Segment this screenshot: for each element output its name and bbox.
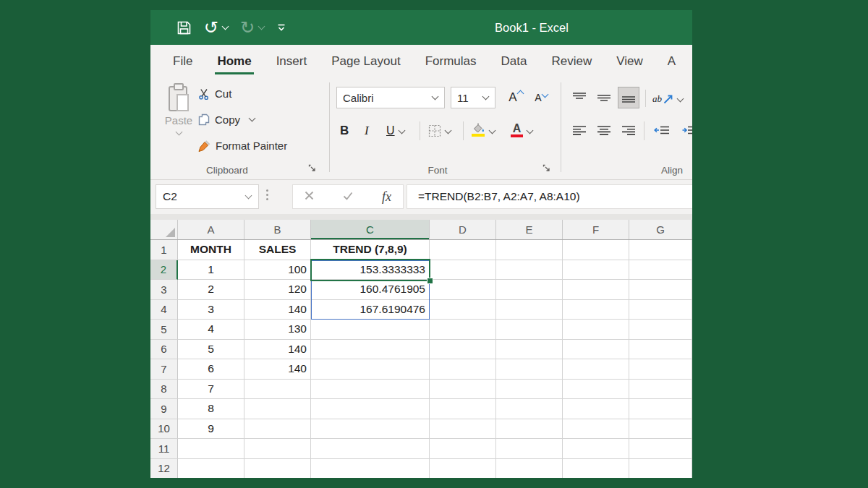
fill-color-button[interactable] [472,120,495,142]
cell-A5[interactable]: 4 [178,320,244,340]
cell-D1[interactable] [430,240,496,260]
column-header-E[interactable]: E [496,220,563,239]
row-header-1[interactable]: 1 [150,240,178,260]
cell-B7[interactable]: 140 [244,359,311,380]
row-header-5[interactable]: 5 [150,320,178,340]
tab-data[interactable]: Data [489,45,540,78]
row-header-10[interactable]: 10 [150,419,178,440]
column-header-F[interactable]: F [563,220,629,239]
cell-C6[interactable] [311,340,430,360]
enter-button[interactable] [343,190,353,203]
increase-indent-button[interactable] [678,120,692,142]
cell-G11[interactable] [629,439,692,459]
formula-input[interactable]: =TREND(B2:B7, A2:A7, A8:A10) [407,184,692,209]
cell-E2[interactable] [496,260,563,281]
name-box-resize-handle[interactable] [266,189,268,200]
middle-align-button[interactable] [593,87,615,108]
tab-formulas[interactable]: Formulas [413,45,489,78]
cell-G7[interactable] [629,359,692,380]
row-header-6[interactable]: 6 [150,340,178,360]
cell-E3[interactable] [496,280,563,300]
cell-A3[interactable]: 2 [178,280,244,300]
row-header-4[interactable]: 4 [150,300,178,320]
cell-A7[interactable]: 6 [178,359,244,380]
cell-D8[interactable] [430,380,496,400]
cell-D5[interactable] [430,320,496,340]
row-header-11[interactable]: 11 [150,439,178,459]
cell-E7[interactable] [496,359,563,380]
format-painter-button[interactable]: Format Painter [198,140,287,152]
tab-file[interactable]: File [161,45,205,78]
cell-B8[interactable] [244,380,311,400]
select-all-button[interactable] [150,220,178,239]
name-box[interactable]: C2 [156,184,259,209]
cell-E10[interactable] [496,419,563,440]
row-header-9[interactable]: 9 [150,399,178,419]
tab-home[interactable]: Home [205,45,263,78]
cell-A8[interactable]: 7 [178,380,244,400]
cell-E4[interactable] [496,300,563,320]
cell-E5[interactable] [496,320,563,340]
cell-B3[interactable]: 120 [244,280,311,300]
tab-a[interactable]: A [655,45,688,78]
cell-F2[interactable] [563,260,629,281]
cell-B10[interactable] [244,419,311,440]
cell-C1[interactable]: TREND (7,8,9) [311,240,430,260]
cell-B4[interactable]: 140 [244,300,311,320]
cell-C11[interactable] [311,439,430,459]
row-header-3[interactable]: 3 [150,280,178,300]
cell-F11[interactable] [563,439,629,459]
cell-D6[interactable] [430,340,496,360]
clipboard-dialog-launcher[interactable] [308,162,316,175]
cell-G6[interactable] [629,340,692,360]
cell-B9[interactable] [244,399,311,419]
cell-F6[interactable] [563,340,629,360]
cell-C5[interactable] [311,320,430,340]
paste-button[interactable]: Paste [159,82,198,158]
tab-review[interactable]: Review [539,45,604,78]
cell-G9[interactable] [629,399,692,419]
cell-A9[interactable]: 8 [178,399,244,419]
cell-F10[interactable] [563,419,629,440]
font-name-select[interactable]: Calibri [336,87,445,108]
cell-E1[interactable] [496,240,563,260]
cell-D10[interactable] [430,419,496,440]
bold-button[interactable]: B [340,120,349,142]
cell-B12[interactable] [244,459,311,479]
cell-C12[interactable] [311,459,430,479]
column-header-D[interactable]: D [430,220,496,239]
insert-function-button[interactable]: fx [382,189,391,205]
font-color-button[interactable]: A [511,120,532,142]
cell-D3[interactable] [430,280,496,300]
qat-customize-button[interactable] [276,22,286,33]
cell-G4[interactable] [629,300,692,320]
row-header-7[interactable]: 7 [150,359,178,380]
cell-B5[interactable]: 130 [244,320,311,340]
align-right-button[interactable] [618,120,639,142]
cell-A12[interactable] [178,459,244,479]
cell-G10[interactable] [629,419,692,440]
cell-D11[interactable] [430,439,496,459]
tab-page-layout[interactable]: Page Layout [319,45,412,78]
cell-G5[interactable] [629,320,692,340]
cell-C9[interactable] [311,399,430,419]
cell-C2[interactable]: 153.3333333 [311,260,430,281]
cell-E9[interactable] [496,399,563,419]
cell-A4[interactable]: 3 [178,300,244,320]
cell-F8[interactable] [563,380,629,400]
row-header-8[interactable]: 8 [150,380,178,400]
align-left-button[interactable] [569,120,590,142]
copy-button[interactable]: Copy [198,114,255,126]
tab-insert[interactable]: Insert [264,45,320,78]
column-header-C[interactable]: C [311,220,430,239]
cell-G12[interactable] [629,459,692,479]
cell-F7[interactable] [563,359,629,380]
cell-B6[interactable]: 140 [244,340,311,360]
cell-A6[interactable]: 5 [178,340,244,360]
fill-handle[interactable] [427,278,433,284]
cell-C4[interactable]: 167.6190476 [311,300,430,320]
cell-A1[interactable]: MONTH [178,240,244,260]
cell-C10[interactable] [311,419,430,440]
cell-E6[interactable] [496,340,563,360]
cell-E8[interactable] [496,380,563,400]
